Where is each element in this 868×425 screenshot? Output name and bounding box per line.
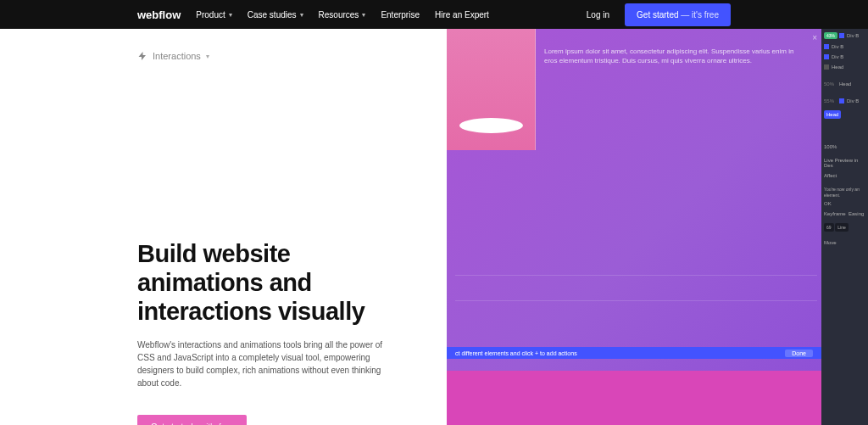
close-icon[interactable]: × bbox=[812, 33, 817, 42]
selected-element[interactable]: Head bbox=[824, 110, 841, 119]
login-link[interactable]: Log in bbox=[587, 10, 609, 20]
preview-lorem-text: Lorem ipsum dolor sit amet, consectetur … bbox=[544, 47, 809, 65]
done-button[interactable]: Done bbox=[785, 350, 813, 357]
animation-panel: 43%Div B Div B Div B Head 50%Head 55%Div… bbox=[821, 29, 868, 425]
preview-image-card bbox=[447, 29, 536, 150]
chevron-down-icon: ▾ bbox=[362, 11, 365, 19]
get-started-button[interactable]: Get started — it's free bbox=[625, 3, 731, 26]
keyframe-input[interactable]: 69 bbox=[824, 223, 834, 232]
easing-input[interactable]: Line bbox=[835, 223, 848, 232]
progress-badge: 43% bbox=[824, 32, 837, 39]
hint-bar: ct different elements and click + to add… bbox=[447, 347, 821, 359]
checkbox-icon[interactable] bbox=[839, 98, 844, 103]
page-subtext: Webflow's interactions and animations to… bbox=[137, 338, 392, 389]
page-headline: Build website animations and interaction… bbox=[137, 239, 413, 327]
preview-section bbox=[447, 371, 821, 425]
breadcrumb: Interactions ▾ bbox=[137, 51, 413, 61]
logo[interactable]: webflow bbox=[137, 8, 181, 21]
nav-resources[interactable]: Resources▾ bbox=[319, 10, 366, 20]
chevron-down-icon: ▾ bbox=[229, 11, 232, 19]
checkbox-icon[interactable] bbox=[839, 33, 844, 38]
checkbox-icon[interactable] bbox=[824, 44, 829, 49]
chevron-down-icon: ▾ bbox=[206, 53, 209, 60]
lightning-icon bbox=[137, 51, 147, 61]
top-navbar: webflow Product▾ Case studies▾ Resources… bbox=[0, 0, 868, 29]
checkbox-icon[interactable] bbox=[824, 64, 829, 70]
checkbox-icon[interactable] bbox=[824, 54, 829, 59]
get-started-hero-button[interactable]: Get started — it's free bbox=[137, 415, 247, 425]
hero-content: Interactions ▾ Build website animations … bbox=[0, 29, 447, 425]
chevron-down-icon: ▾ bbox=[300, 11, 303, 19]
nav-enterprise[interactable]: Enterprise bbox=[381, 10, 420, 20]
designer-preview: Lorem ipsum dolor sit amet, consectetur … bbox=[447, 29, 868, 425]
nav-product[interactable]: Product▾ bbox=[196, 10, 231, 20]
live-preview-label: Live Preview in Des bbox=[824, 158, 865, 168]
nav-hire-expert[interactable]: Hire an Expert bbox=[435, 10, 489, 20]
nav-case-studies[interactable]: Case studies▾ bbox=[248, 10, 303, 20]
